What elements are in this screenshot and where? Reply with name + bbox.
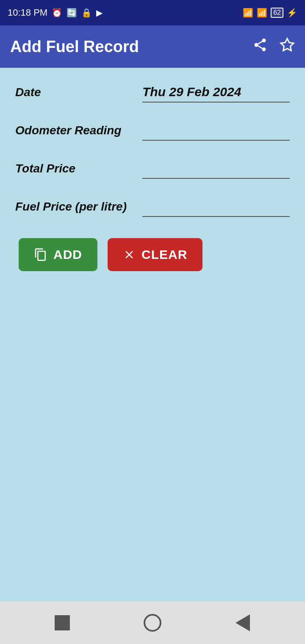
app-bar-actions bbox=[252, 37, 295, 56]
clear-button-label: CLEAR bbox=[141, 247, 187, 262]
share-icon[interactable] bbox=[252, 37, 268, 56]
add-button[interactable]: ADD bbox=[19, 238, 97, 271]
fuel-price-input[interactable] bbox=[142, 200, 290, 217]
button-row: ADD CLEAR bbox=[15, 238, 290, 271]
main-content: Date Thu 29 Feb 2024 Odometer Reading To… bbox=[0, 68, 305, 602]
odometer-input[interactable] bbox=[142, 124, 290, 141]
back-icon bbox=[236, 614, 250, 631]
signal-icon-1: 📶 bbox=[243, 8, 253, 18]
status-icons: 📶 📶 62 ⚡ bbox=[243, 8, 297, 18]
total-price-input-wrapper bbox=[142, 162, 290, 179]
page-title: Add Fuel Record bbox=[10, 38, 246, 56]
svg-marker-0 bbox=[281, 39, 294, 51]
recent-apps-icon bbox=[55, 615, 70, 630]
odometer-row: Odometer Reading bbox=[15, 124, 290, 141]
date-input-wrapper: Thu 29 Feb 2024 bbox=[142, 85, 290, 103]
total-price-input[interactable] bbox=[142, 162, 290, 179]
signal-icon-2: 📶 bbox=[257, 8, 267, 18]
add-button-label: ADD bbox=[53, 247, 82, 262]
battery-display: 62 bbox=[271, 8, 283, 18]
odometer-input-wrapper bbox=[142, 124, 290, 141]
youtube-icon: ▶ bbox=[96, 8, 103, 18]
charging-icon: ⚡ bbox=[287, 8, 297, 18]
date-value[interactable]: Thu 29 Feb 2024 bbox=[142, 85, 290, 102]
clear-button[interactable]: CLEAR bbox=[108, 238, 202, 271]
clear-icon bbox=[123, 248, 136, 261]
back-button[interactable] bbox=[232, 612, 254, 634]
bottom-nav bbox=[0, 602, 305, 644]
date-underline bbox=[142, 102, 290, 103]
total-price-label: Total Price bbox=[15, 162, 134, 179]
total-price-row: Total Price bbox=[15, 162, 290, 179]
add-icon bbox=[34, 248, 47, 261]
fuel-price-input-wrapper bbox=[142, 200, 290, 217]
time-display: 10:18 PM bbox=[8, 7, 47, 18]
alarm-icon: ⏰ bbox=[52, 8, 62, 18]
date-row: Date Thu 29 Feb 2024 bbox=[15, 85, 290, 103]
status-time: 10:18 PM ⏰ 🔄 🔒 ▶ bbox=[8, 7, 103, 18]
date-label: Date bbox=[15, 86, 134, 103]
odometer-label: Odometer Reading bbox=[15, 124, 134, 141]
recent-apps-button[interactable] bbox=[51, 612, 73, 634]
vpn-icon: 🔒 bbox=[81, 8, 92, 18]
app-bar: Add Fuel Record bbox=[0, 25, 305, 68]
status-bar: 10:18 PM ⏰ 🔄 🔒 ▶ 📶 📶 62 ⚡ bbox=[0, 0, 305, 25]
home-button[interactable] bbox=[141, 612, 164, 634]
home-icon bbox=[144, 614, 161, 632]
favorite-icon[interactable] bbox=[280, 37, 295, 56]
fuel-price-label: Fuel Price (per litre) bbox=[15, 200, 134, 217]
sync-icon: 🔄 bbox=[67, 8, 77, 18]
fuel-price-row: Fuel Price (per litre) bbox=[15, 200, 290, 217]
